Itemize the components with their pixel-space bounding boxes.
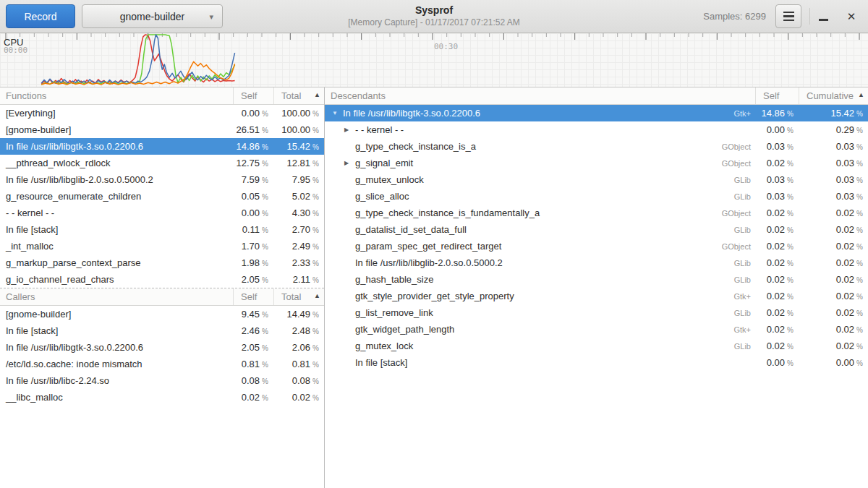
descendant-row[interactable]: g_type_check_instance_is_fundamentally_a… (325, 205, 868, 221)
self-percent: 2.05% (233, 342, 273, 353)
callers-total-column-header[interactable]: Total ▲ (273, 288, 324, 305)
self-percent: 0.02% (755, 341, 799, 351)
callers-table-header: Callers Self Total ▲ (0, 288, 324, 306)
symbol-name: In file [stack] (6, 325, 58, 336)
cumulative-percent: 0.02% (799, 207, 868, 218)
expander-icon[interactable]: ▼ (332, 110, 343, 116)
expander-icon[interactable]: ▶ (344, 160, 355, 166)
descendant-row[interactable]: In file [stack]0.00%0.00% (325, 354, 868, 371)
function-row[interactable]: [Everything]0.00%100.00% (0, 105, 324, 121)
caller-row[interactable]: [gnome-builder]9.45%14.49% (0, 306, 324, 322)
descendant-row[interactable]: g_mutex_unlockGLib0.03%0.03% (325, 171, 868, 188)
symbol-name-cell: __pthread_rwlock_rdlock (0, 158, 233, 168)
symbol-name: - - kernel - - (6, 207, 54, 218)
symbol-name-cell: In file /usr/lib/libglib-2.0.so.0.5000.2 (0, 174, 233, 185)
symbol-name-cell: g_type_check_instance_is_a (325, 141, 722, 152)
symbol-name: [gnome-builder] (6, 124, 71, 135)
symbol-name-cell: g_datalist_id_set_data_full (325, 224, 734, 235)
self-percent: 2.46% (233, 325, 273, 336)
symbol-name: g_resource_enumerate_children (6, 191, 141, 202)
symbol-name-cell: - - kernel - - (0, 207, 233, 218)
symbol-name: g_mutex_lock (355, 341, 413, 351)
profile-panels: Functions Self Total ▲ [Everything]0.00%… (0, 87, 868, 488)
total-percent: 4.30% (273, 207, 324, 218)
descendant-row[interactable]: gtk_style_provider_get_style_propertyGtk… (325, 288, 868, 304)
self-percent: 0.00% (755, 124, 799, 135)
hamburger-menu-button[interactable] (775, 4, 801, 28)
descendant-row[interactable]: g_param_spec_get_redirect_targetGObject0… (325, 238, 868, 254)
function-row[interactable]: [gnome-builder]26.51%100.00% (0, 121, 324, 138)
expander-icon[interactable]: ▶ (344, 127, 355, 133)
symbol-name: In file /usr/lib/libc-2.24.so (6, 375, 109, 386)
symbol-name-cell: g_mutex_unlock (325, 174, 734, 185)
descendant-row[interactable]: g_list_remove_linkGLib0.02%0.02% (325, 304, 868, 321)
library-tag: GLib (734, 275, 755, 284)
descendant-row[interactable]: ▼In file /usr/lib/libgtk-3.so.0.2200.6Gt… (325, 105, 868, 121)
descendant-row[interactable]: In file /usr/lib/libglib-2.0.so.0.5000.2… (325, 254, 868, 271)
function-row[interactable]: In file /usr/lib/libgtk-3.so.0.2200.614.… (0, 138, 324, 155)
caller-row[interactable]: In file [stack]2.46%2.48% (0, 322, 324, 339)
self-percent: 0.03% (755, 141, 799, 152)
callers-column-header[interactable]: Callers (0, 291, 233, 302)
descendants-self-column-header[interactable]: Self (755, 87, 799, 104)
cumulative-percent: 0.02% (799, 341, 868, 351)
total-percent: 2.11% (273, 274, 324, 285)
descendant-row[interactable]: g_datalist_id_set_data_fullGLib0.02%0.02… (325, 221, 868, 238)
caller-row[interactable]: In file /usr/lib/libc-2.24.so0.08%0.08% (0, 372, 324, 389)
symbol-name-cell: In file [stack] (0, 224, 233, 235)
symbol-name-cell: In file [stack] (325, 357, 751, 368)
function-row[interactable]: g_io_channel_read_chars2.05%2.11% (0, 271, 324, 288)
function-row[interactable]: In file [stack]0.11%2.70% (0, 221, 324, 238)
library-tag: Gtk+ (733, 109, 755, 118)
library-tag: GObject (722, 209, 755, 218)
cpu-timeline-graph[interactable]: CPU 00:00 00:30 (0, 33, 868, 87)
symbol-name: g_type_check_instance_is_a (355, 141, 476, 152)
self-percent: 0.02% (755, 274, 799, 285)
caller-row[interactable]: In file /usr/lib/libgtk-3.so.0.2200.62.0… (0, 339, 324, 356)
descendant-row[interactable]: ▶- - kernel - -0.00%0.29% (325, 121, 868, 138)
minimize-button[interactable] (814, 4, 833, 28)
descendants-column-header[interactable]: Descendants (325, 90, 755, 101)
record-button[interactable]: Record (6, 4, 75, 28)
self-percent: 0.03% (755, 174, 799, 185)
descendant-row[interactable]: g_mutex_lockGLib0.02%0.02% (325, 338, 868, 354)
process-selector-dropdown[interactable]: gnome-builder ▾ (82, 4, 223, 28)
total-percent: 100.00% (273, 124, 324, 135)
symbol-name: g_slice_alloc (355, 191, 409, 202)
functions-column-header[interactable]: Functions (0, 90, 233, 101)
caller-row[interactable]: /etc/ld.so.cache: inode mismatch0.81%0.8… (0, 356, 324, 372)
descendant-row[interactable]: g_slice_allocGLib0.03%0.03% (325, 188, 868, 205)
symbol-name: [gnome-builder] (6, 309, 71, 320)
cumulative-percent: 0.02% (799, 291, 868, 301)
symbol-name-cell: g_mutex_lock (325, 341, 734, 351)
descendant-row[interactable]: ▶g_signal_emitGObject0.02%0.03% (325, 155, 868, 171)
total-percent: 100.00% (273, 108, 324, 119)
library-tag: Gtk+ (733, 292, 755, 301)
function-row[interactable]: __pthread_rwlock_rdlock12.75%12.81% (0, 155, 324, 171)
function-row[interactable]: _int_malloc1.70%2.49% (0, 238, 324, 254)
callers-self-column-header[interactable]: Self (233, 288, 273, 305)
descendants-cumulative-column-header[interactable]: Cumulative ▲ (799, 87, 868, 104)
functions-self-column-header[interactable]: Self (233, 87, 273, 104)
function-row[interactable]: - - kernel - -0.00%4.30% (0, 205, 324, 221)
symbol-name: In file /usr/lib/libgtk-3.so.0.2200.6 (6, 342, 143, 353)
cpu-usage-line-core-blue (41, 35, 234, 83)
function-row[interactable]: g_resource_enumerate_children0.05%5.02% (0, 188, 324, 205)
function-row[interactable]: g_markup_parse_context_parse1.98%2.33% (0, 254, 324, 271)
total-percent: 2.48% (273, 325, 324, 336)
symbol-name: g_markup_parse_context_parse (6, 257, 140, 268)
cumulative-percent: 0.02% (799, 257, 868, 268)
callers-table-body: [gnome-builder]9.45%14.49%In file [stack… (0, 306, 324, 406)
cumulative-percent: 0.03% (799, 174, 868, 185)
caller-row[interactable]: __libc_malloc0.02%0.02% (0, 389, 324, 406)
functions-callers-pane: Functions Self Total ▲ [Everything]0.00%… (0, 87, 325, 488)
library-tag: GObject (722, 142, 755, 151)
functions-total-column-header[interactable]: Total ▲ (273, 87, 324, 104)
function-row[interactable]: In file /usr/lib/libglib-2.0.so.0.5000.2… (0, 171, 324, 188)
close-button[interactable]: ✕ (842, 4, 861, 28)
descendant-row[interactable]: g_hash_table_sizeGLib0.02%0.02% (325, 271, 868, 288)
descendant-row[interactable]: g_type_check_instance_is_aGObject0.03%0.… (325, 138, 868, 155)
symbol-name-cell: g_list_remove_link (325, 307, 734, 318)
self-percent: 0.02% (755, 324, 799, 335)
descendant-row[interactable]: gtk_widget_path_lengthGtk+0.02%0.02% (325, 321, 868, 338)
